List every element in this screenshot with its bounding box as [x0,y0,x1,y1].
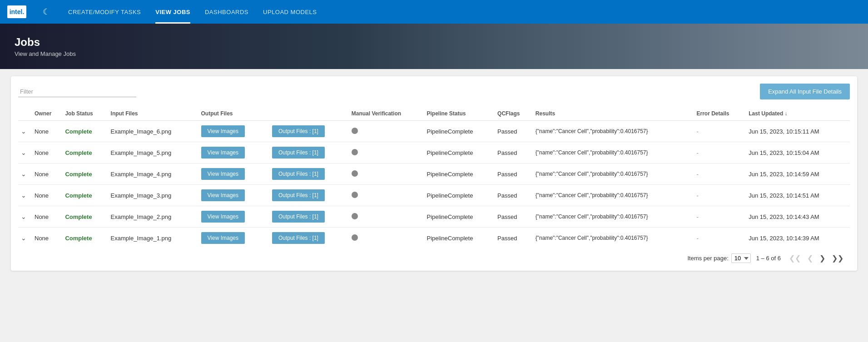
row-view-images[interactable]: View Images [198,121,269,142]
row-output-files[interactable]: Output Files : [1] [269,164,349,185]
items-per-page: Items per page: 10 5 25 50 [687,253,750,263]
row-last-updated: Jun 15, 2023, 10:14:51 AM [746,185,850,206]
col-last-updated[interactable]: Last Updated ↓ [746,107,850,121]
row-last-updated: Jun 15, 2023, 10:15:04 AM [746,142,850,164]
nav-item-dashboards[interactable]: DASHBOARDS [205,7,248,17]
prev-page-button[interactable]: ❮ [804,253,816,263]
output-files-button[interactable]: Output Files : [1] [272,125,325,137]
row-input-files: Example_Image_1.png [108,228,198,249]
row-expand-chevron[interactable]: ⌄ [18,164,32,185]
row-error-details: - [694,121,746,142]
col-input-files: Input Files [108,107,198,121]
row-output-files[interactable]: Output Files : [1] [269,206,349,228]
row-expand-chevron[interactable]: ⌄ [18,206,32,228]
row-view-images[interactable]: View Images [198,185,269,206]
row-view-images[interactable]: View Images [198,164,269,185]
row-manual-verification [349,185,424,206]
view-images-button[interactable]: View Images [201,125,245,137]
page-info: 1 – 6 of 6 [756,255,781,262]
output-files-button[interactable]: Output Files : [1] [272,232,325,244]
row-job-status: Complete [62,142,108,164]
row-error-details: - [694,142,746,164]
row-results: {"name":"Cancer Cell","probability":0.40… [533,164,694,185]
row-output-files[interactable]: Output Files : [1] [269,142,349,164]
filter-input[interactable] [18,86,136,97]
hero-banner: Jobs View and Manage Jobs [0,24,868,69]
row-input-files: Example_Image_4.png [108,164,198,185]
row-results: {"name":"Cancer Cell","probability":0.40… [533,121,694,142]
col-qcflags: QCFlags [495,107,533,121]
logo-text: intel. [10,8,25,15]
row-output-files[interactable]: Output Files : [1] [269,121,349,142]
row-error-details: - [694,185,746,206]
output-files-button[interactable]: Output Files : [1] [272,211,325,223]
items-per-page-label: Items per page: [687,255,728,262]
row-expand-chevron[interactable]: ⌄ [18,142,32,164]
row-results: {"name":"Cancer Cell","probability":0.40… [533,142,694,164]
row-input-files: Example_Image_3.png [108,185,198,206]
row-qcflags: Passed [495,185,533,206]
view-images-button[interactable]: View Images [201,232,245,244]
row-results: {"name":"Cancer Cell","probability":0.40… [533,185,694,206]
row-pipeline-status: PipelineComplete [424,228,495,249]
row-pipeline-status: PipelineComplete [424,164,495,185]
row-manual-verification [349,121,424,142]
table-row: ⌄ None Complete Example_Image_6.png View… [18,121,850,142]
toolbar: Expand All Input File Details [18,84,850,99]
table-row: ⌄ None Complete Example_Image_2.png View… [18,206,850,228]
row-owner: None [32,206,62,228]
table-row: ⌄ None Complete Example_Image_4.png View… [18,164,850,185]
main-content: Expand All Input File Details Owner Job … [0,69,868,278]
next-page-button[interactable]: ❯ [817,253,828,263]
page-subtitle: View and Manage Jobs [15,50,853,57]
row-last-updated: Jun 15, 2023, 10:14:59 AM [746,164,850,185]
view-images-button[interactable]: View Images [201,189,245,201]
row-view-images[interactable]: View Images [198,206,269,228]
col-job-status: Job Status [62,107,108,121]
output-files-button[interactable]: Output Files : [1] [272,168,325,180]
output-files-button[interactable]: Output Files : [1] [272,147,325,159]
row-output-files[interactable]: Output Files : [1] [269,228,349,249]
row-output-files[interactable]: Output Files : [1] [269,185,349,206]
pagination-nav: ❮❮ ❮ ❯ ❯❯ [786,253,846,263]
col-results: Results [533,107,694,121]
row-job-status: Complete [62,164,108,185]
table-row: ⌄ None Complete Example_Image_3.png View… [18,185,850,206]
view-images-button[interactable]: View Images [201,211,245,223]
row-job-status: Complete [62,121,108,142]
row-error-details: - [694,206,746,228]
output-files-button[interactable]: Output Files : [1] [272,189,325,201]
row-manual-verification [349,142,424,164]
row-owner: None [32,121,62,142]
col-owner: Owner [32,107,62,121]
row-job-status: Complete [62,206,108,228]
view-images-button[interactable]: View Images [201,168,245,180]
nav-item-upload-models[interactable]: UPLOAD MODELS [263,7,317,17]
row-manual-verification [349,206,424,228]
jobs-table: Owner Job Status Input Files Output File… [18,107,850,248]
col-error-details: Error Details [694,107,746,121]
nav-item-view-jobs[interactable]: VIEW JOBS [155,7,190,17]
first-page-button[interactable]: ❮❮ [786,253,804,263]
row-view-images[interactable]: View Images [198,142,269,164]
theme-toggle-icon[interactable]: ☾ [43,7,50,17]
nav-item-create-modify[interactable]: CREATE/MODIFY TASKS [68,7,141,17]
row-expand-chevron[interactable]: ⌄ [18,121,32,142]
top-nav: intel. ☾ CREATE/MODIFY TASKS VIEW JOBS D… [0,0,868,24]
last-page-button[interactable]: ❯❯ [829,253,846,263]
per-page-select[interactable]: 10 5 25 50 [731,253,751,263]
expand-all-button[interactable]: Expand All Input File Details [760,84,850,99]
row-owner: None [32,142,62,164]
row-expand-chevron[interactable]: ⌄ [18,228,32,249]
row-view-images[interactable]: View Images [198,228,269,249]
view-images-button[interactable]: View Images [201,147,245,159]
row-input-files: Example_Image_2.png [108,206,198,228]
col-manual-verification: Manual Verification [349,107,424,121]
row-error-details: - [694,228,746,249]
row-job-status: Complete [62,185,108,206]
col-chevron [18,107,32,121]
table-row: ⌄ None Complete Example_Image_5.png View… [18,142,850,164]
row-qcflags: Passed [495,228,533,249]
row-qcflags: Passed [495,142,533,164]
row-expand-chevron[interactable]: ⌄ [18,185,32,206]
